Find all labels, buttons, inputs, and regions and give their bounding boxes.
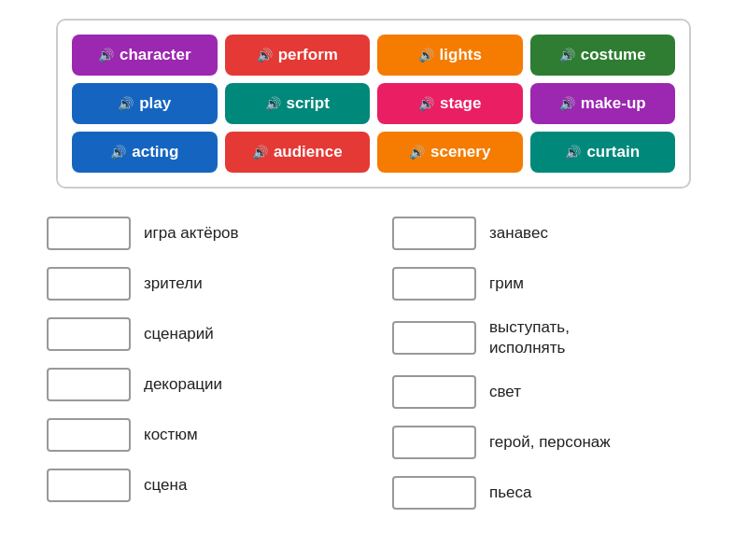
word-btn-make-up[interactable]: 🔊make-up	[530, 83, 676, 124]
word-label-play: play	[139, 94, 171, 113]
match-translation-right-4: свет	[489, 382, 521, 402]
match-translation-right-5: герой, персонаж	[489, 432, 611, 453]
word-label-curtain: curtain	[586, 143, 640, 161]
word-bank: 🔊character🔊perform🔊lights🔊costume🔊play🔊s…	[56, 19, 691, 189]
match-right-col: занавесгримвыступать, исполнятьсветгерой…	[392, 217, 700, 526]
match-item-right-6: пьеса	[392, 476, 700, 510]
speaker-icon-make-up: 🔊	[559, 96, 575, 111]
answer-box-left-3[interactable]	[47, 317, 131, 351]
word-btn-scenery[interactable]: 🔊scenery	[377, 132, 523, 173]
speaker-icon-costume: 🔊	[559, 48, 575, 63]
word-label-scenery: scenery	[430, 143, 490, 161]
answer-box-right-3[interactable]	[392, 321, 476, 355]
word-btn-character[interactable]: 🔊character	[72, 35, 218, 76]
match-translation-left-2: зрители	[144, 273, 203, 294]
match-left-col: игра актёровзрителисценарийдекорациикост…	[47, 217, 355, 526]
speaker-icon-stage: 🔊	[418, 96, 434, 111]
speaker-icon-audience: 🔊	[252, 145, 268, 160]
match-item-right-5: герой, персонаж	[392, 426, 700, 459]
match-translation-left-6: сцена	[144, 475, 187, 496]
word-btn-acting[interactable]: 🔊acting	[72, 132, 218, 173]
word-label-perform: perform	[278, 46, 338, 64]
match-item-left-4: декорации	[47, 368, 355, 401]
word-label-script: script	[287, 94, 330, 113]
word-btn-perform[interactable]: 🔊perform	[225, 35, 371, 76]
match-translation-right-3: выступать, исполнять	[489, 317, 570, 358]
speaker-icon-lights: 🔊	[418, 48, 434, 63]
word-label-audience: audience	[274, 143, 343, 161]
word-btn-stage[interactable]: 🔊stage	[377, 83, 523, 124]
answer-box-right-5[interactable]	[392, 426, 476, 459]
match-translation-right-2: грим	[489, 273, 524, 294]
word-label-make-up: make-up	[581, 94, 646, 113]
answer-box-left-1[interactable]	[47, 217, 131, 250]
speaker-icon-character: 🔊	[98, 48, 114, 63]
word-btn-audience[interactable]: 🔊audience	[225, 132, 371, 173]
match-item-left-2: зрители	[47, 267, 355, 301]
word-btn-costume[interactable]: 🔊costume	[530, 35, 676, 76]
answer-box-right-2[interactable]	[392, 267, 476, 301]
match-item-left-3: сценарий	[47, 317, 355, 351]
speaker-icon-play: 🔊	[118, 96, 134, 111]
speaker-icon-scenery: 🔊	[409, 145, 425, 160]
answer-box-left-2[interactable]	[47, 267, 131, 301]
word-label-acting: acting	[132, 143, 178, 161]
match-item-left-1: игра актёров	[47, 217, 355, 250]
word-label-lights: lights	[440, 46, 482, 64]
match-item-left-6: сцена	[47, 469, 355, 502]
match-item-right-2: грим	[392, 267, 700, 301]
speaker-icon-acting: 🔊	[110, 145, 126, 160]
match-section: игра актёровзрителисценарийдекорациикост…	[47, 217, 700, 526]
match-item-left-5: костюм	[47, 418, 355, 452]
word-label-stage: stage	[440, 94, 481, 113]
answer-box-left-4[interactable]	[47, 368, 131, 401]
match-translation-left-1: игра актёров	[144, 223, 239, 244]
match-translation-right-1: занавес	[489, 223, 548, 244]
word-btn-lights[interactable]: 🔊lights	[377, 35, 523, 76]
match-item-right-1: занавес	[392, 217, 700, 250]
match-item-right-4: свет	[392, 375, 700, 409]
word-label-costume: costume	[581, 46, 646, 64]
word-label-character: character	[120, 46, 191, 64]
match-translation-left-3: сценарий	[144, 324, 214, 344]
answer-box-right-6[interactable]	[392, 476, 476, 510]
answer-box-right-4[interactable]	[392, 375, 476, 409]
speaker-icon-perform: 🔊	[257, 48, 273, 63]
word-btn-play[interactable]: 🔊play	[72, 83, 218, 124]
answer-box-left-6[interactable]	[47, 469, 131, 502]
word-btn-curtain[interactable]: 🔊curtain	[530, 132, 676, 173]
answer-box-left-5[interactable]	[47, 418, 131, 452]
match-translation-left-5: костюм	[144, 425, 198, 445]
speaker-icon-script: 🔊	[265, 96, 281, 111]
match-item-right-3: выступать, исполнять	[392, 317, 700, 358]
speaker-icon-curtain: 🔊	[565, 145, 581, 160]
match-translation-left-4: декорации	[144, 374, 222, 395]
match-translation-right-6: пьеса	[489, 483, 531, 503]
word-btn-script[interactable]: 🔊script	[225, 83, 371, 124]
answer-box-right-1[interactable]	[392, 217, 476, 250]
